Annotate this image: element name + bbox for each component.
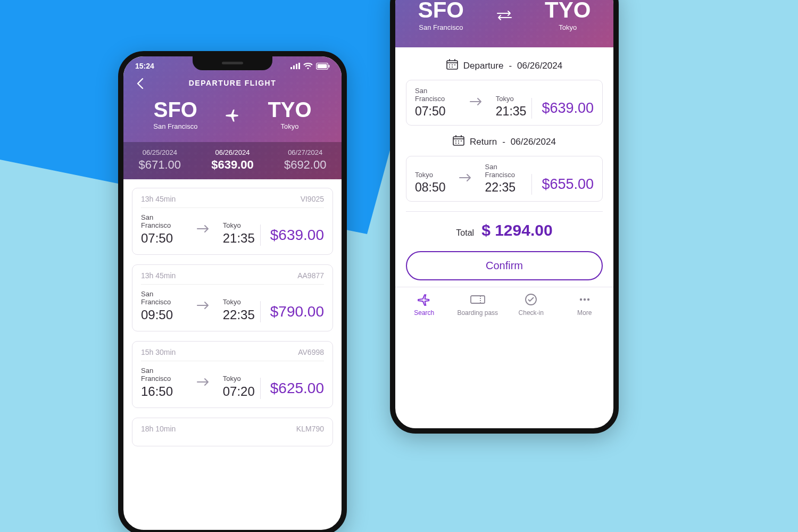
- flight-duration: 18h 10min: [141, 425, 176, 433]
- total-amount: $ 1294.00: [481, 221, 552, 239]
- svg-point-15: [449, 66, 450, 68]
- departure-heading: Departure - 06/26/2024: [406, 59, 603, 72]
- date-price-strip: 06/25/2024 $671.00 06/26/2024 $639.00 06…: [123, 142, 342, 179]
- airplane-icon: [417, 293, 431, 306]
- route-header: SFO San Francisco TYO Tokyo: [123, 92, 342, 142]
- page-title: DEPARTURE FLIGHT: [123, 79, 342, 87]
- clock: 15:24: [135, 62, 154, 70]
- to-city: Tokyo: [268, 122, 311, 130]
- ticket-icon: [470, 293, 486, 306]
- svg-point-23: [461, 140, 462, 142]
- tab-more[interactable]: More: [558, 293, 612, 317]
- arrow-right-icon: [469, 97, 483, 109]
- tab-search[interactable]: Search: [397, 293, 451, 317]
- calendar-icon: [446, 59, 458, 72]
- total-row: Total $ 1294.00: [406, 221, 603, 239]
- flight-price: $655.00: [531, 174, 594, 195]
- from-code: SFO: [418, 0, 464, 21]
- from-code: SFO: [153, 99, 197, 120]
- flight-duration: 13h 45min: [141, 195, 176, 203]
- divider: [406, 211, 603, 212]
- return-date: 06/26/2024: [511, 137, 556, 147]
- svg-rect-6: [318, 64, 327, 68]
- to-city: Tokyo: [545, 23, 591, 31]
- svg-point-4: [307, 67, 309, 69]
- svg-point-25: [458, 143, 459, 144]
- arrow-right-icon: [196, 224, 210, 236]
- flight-card[interactable]: 13h 45minVI9025 San Francisco07:50 Tokyo…: [132, 188, 333, 255]
- airplane-icon: [222, 104, 243, 126]
- svg-point-14: [454, 64, 455, 65]
- svg-point-21: [455, 140, 456, 142]
- date-option-selected[interactable]: 06/26/2024 $639.00: [196, 142, 269, 179]
- svg-rect-3: [298, 63, 300, 69]
- route-header: SFO San Francisco TYO Tokyo: [395, 0, 613, 47]
- flight-price: $639.00: [531, 98, 594, 119]
- chevron-left-icon: [136, 78, 144, 89]
- flight-price: $625.00: [260, 378, 324, 399]
- tab-bar: Search Boarding pass Check-in More: [395, 287, 613, 324]
- flight-number: VI9025: [301, 195, 324, 203]
- flight-card[interactable]: 15h 30minAV6998 San Francisco16:50 Tokyo…: [132, 341, 333, 408]
- svg-point-22: [458, 140, 459, 142]
- phone-departure-list: 15:24 DEPARTURE FLIGHT SFO San Francisco: [118, 51, 347, 532]
- departure-date: 06/26/2024: [517, 61, 562, 71]
- battery-icon: [316, 63, 330, 70]
- from-city: San Francisco: [418, 23, 464, 31]
- date-option[interactable]: 06/27/2024 $692.00: [269, 142, 342, 179]
- flight-price: $639.00: [260, 225, 324, 246]
- date-option[interactable]: 06/25/2024 $671.00: [123, 142, 196, 179]
- flight-number: AA9877: [297, 271, 324, 280]
- svg-rect-7: [329, 65, 330, 68]
- from-city: San Francisco: [153, 122, 197, 130]
- arrow-right-icon: [196, 301, 210, 312]
- cellular-icon: [290, 63, 300, 69]
- swap-icon[interactable]: [494, 5, 515, 26]
- check-circle-icon: [524, 293, 538, 306]
- flight-price: $790.00: [260, 301, 324, 322]
- flight-duration: 13h 45min: [141, 271, 176, 280]
- return-summary-card[interactable]: Tokyo08:50 San Francisco22:35 $655.00: [406, 156, 603, 202]
- svg-point-12: [449, 64, 450, 65]
- calendar-icon: [453, 135, 464, 148]
- svg-rect-2: [296, 64, 297, 69]
- arrow-right-icon: [459, 173, 472, 185]
- flight-card[interactable]: 13h 45minAA9877 San Francisco09:50 Tokyo…: [132, 264, 333, 331]
- return-heading: Return - 06/26/2024: [406, 135, 603, 148]
- tab-boarding-pass[interactable]: Boarding pass: [451, 293, 505, 317]
- back-button[interactable]: [132, 76, 148, 92]
- svg-rect-1: [293, 65, 295, 69]
- svg-point-24: [455, 143, 456, 144]
- svg-point-31: [587, 298, 589, 301]
- summary-body: Departure - 06/26/2024 San Francisco07:5…: [395, 47, 613, 287]
- flight-list[interactable]: 13h 45minVI9025 San Francisco07:50 Tokyo…: [123, 179, 342, 446]
- header: 15:24 DEPARTURE FLIGHT SFO San Francisco: [123, 56, 342, 179]
- flight-duration: 15h 30min: [141, 348, 176, 356]
- svg-rect-0: [290, 67, 292, 69]
- svg-point-16: [452, 66, 453, 68]
- header: SFO San Francisco TYO Tokyo: [395, 0, 613, 47]
- to-code: TYO: [545, 0, 591, 21]
- svg-point-30: [584, 298, 586, 301]
- svg-point-29: [580, 298, 582, 301]
- flight-number: AV6998: [298, 348, 324, 356]
- confirm-button[interactable]: Confirm: [406, 251, 603, 280]
- dots-icon: [577, 293, 593, 306]
- phone-summary: SFO San Francisco TYO Tokyo Departure - …: [390, 0, 619, 434]
- svg-point-13: [452, 64, 453, 65]
- to-code: TYO: [268, 99, 311, 120]
- tab-check-in[interactable]: Check-in: [504, 293, 558, 317]
- flight-number: KLM790: [296, 425, 324, 433]
- flight-card[interactable]: 18h 10minKLM790: [132, 418, 333, 446]
- wifi-icon: [303, 63, 313, 70]
- svg-rect-26: [471, 296, 485, 303]
- departure-summary-card[interactable]: San Francisco07:50 Tokyo21:35 $639.00: [406, 80, 603, 126]
- arrow-right-icon: [196, 377, 210, 389]
